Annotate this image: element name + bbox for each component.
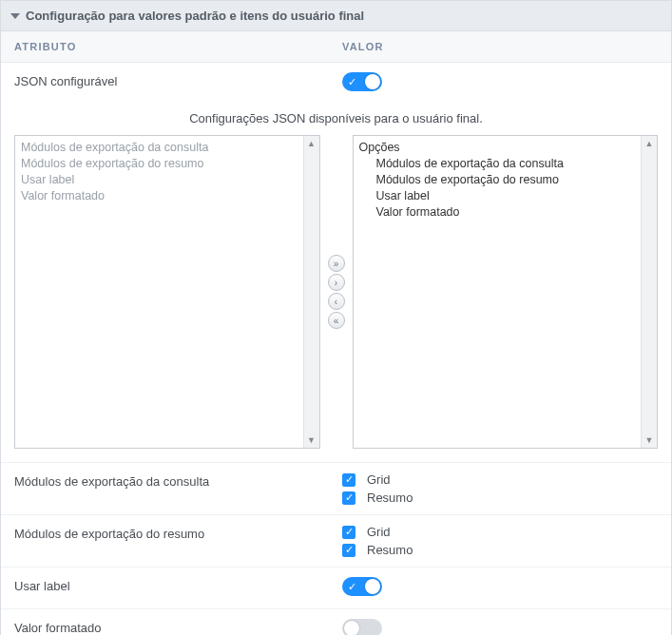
checkbox-label: Grid (367, 472, 391, 487)
selected-listbox[interactable]: Opções Módulos de exportação da consulta… (353, 135, 659, 449)
checkbox-row: ✓ Resumo (342, 491, 658, 505)
row-usar-label: Usar label ✓ (1, 568, 671, 609)
check-icon: ✓ (348, 580, 356, 593)
transfer-buttons: » › ‹ « (328, 135, 345, 449)
checkbox-label: Resumo (367, 491, 413, 505)
available-listbox[interactable]: Módulos de exportação da consulta Módulo… (14, 135, 320, 449)
transfer-caption: Configurações JSON disponíveis para o us… (1, 104, 671, 135)
column-headers: ATRIBUTO VALOR (1, 31, 671, 63)
scrollbar[interactable]: ▲ ▼ (641, 136, 657, 448)
toggle-knob (365, 579, 380, 594)
scroll-up-icon[interactable]: ▲ (645, 138, 654, 149)
modules-resumo-label: Módulos de exportação do resumo (14, 525, 342, 541)
checkbox-row: ✓ Grid (342, 525, 658, 539)
modules-consulta-label: Módulos de exportação da consulta (14, 472, 342, 489)
scroll-down-icon[interactable]: ▼ (307, 434, 316, 446)
row-modules-resumo: Módulos de exportação do resumo ✓ Grid ✓… (1, 515, 671, 568)
panel-title: Configuração para valores padrão e itens… (26, 9, 364, 23)
panel-header[interactable]: Configuração para valores padrão e itens… (1, 1, 671, 31)
available-list-content: Módulos de exportação da consulta Módulo… (15, 136, 303, 448)
row-modules-consulta: Módulos de exportação da consulta ✓ Grid… (1, 463, 671, 515)
list-item[interactable]: Módulos de exportação da consulta (359, 156, 636, 172)
checkbox-grid[interactable]: ✓ (342, 526, 355, 539)
check-icon: ✓ (348, 75, 356, 88)
row-valor-formatado: Valor formatado (1, 609, 671, 635)
list-group-header[interactable]: Opções (359, 140, 636, 156)
transfer-widget: Módulos de exportação da consulta Módulo… (1, 135, 671, 463)
checkbox-row: ✓ Grid (342, 472, 658, 487)
config-panel: Configuração para valores padrão e itens… (0, 0, 672, 635)
list-item[interactable]: Usar label (359, 188, 636, 204)
list-item[interactable]: Usar label (21, 172, 298, 188)
selected-list-content: Opções Módulos de exportação da consulta… (354, 136, 642, 448)
checkbox-label: Grid (367, 525, 391, 539)
checkbox-grid[interactable]: ✓ (342, 473, 355, 487)
valor-formatado-label: Valor formatado (14, 619, 342, 635)
move-left-button[interactable]: ‹ (328, 293, 345, 310)
checkbox-label: Resumo (367, 543, 413, 557)
json-configurable-label: JSON configurável (14, 72, 342, 88)
json-configurable-toggle[interactable]: ✓ (342, 72, 382, 91)
checkbox-row: ✓ Resumo (342, 543, 658, 557)
list-item[interactable]: Módulos de exportação do resumo (359, 172, 636, 188)
move-all-right-button[interactable]: » (328, 255, 345, 272)
valor-formatado-toggle[interactable] (342, 619, 382, 635)
usar-label-label: Usar label (14, 577, 342, 593)
checkbox-resumo[interactable]: ✓ (342, 544, 355, 557)
list-item[interactable]: Módulos de exportação da consulta (21, 140, 298, 156)
move-all-left-button[interactable]: « (328, 312, 345, 329)
row-json-configurable: JSON configurável ✓ (1, 63, 671, 104)
move-right-button[interactable]: › (328, 274, 345, 291)
header-attribute: ATRIBUTO (14, 41, 342, 52)
list-item[interactable]: Valor formatado (21, 188, 298, 204)
checkbox-resumo[interactable]: ✓ (342, 491, 355, 505)
list-item[interactable]: Módulos de exportação do resumo (21, 156, 298, 172)
scroll-down-icon[interactable]: ▼ (645, 434, 654, 446)
collapse-icon (10, 13, 20, 19)
header-value: VALOR (342, 41, 384, 52)
scroll-up-icon[interactable]: ▲ (307, 138, 316, 149)
toggle-knob (344, 621, 359, 635)
scrollbar[interactable]: ▲ ▼ (303, 136, 319, 448)
usar-label-toggle[interactable]: ✓ (342, 577, 382, 596)
list-item[interactable]: Valor formatado (359, 204, 636, 221)
toggle-knob (365, 74, 380, 89)
